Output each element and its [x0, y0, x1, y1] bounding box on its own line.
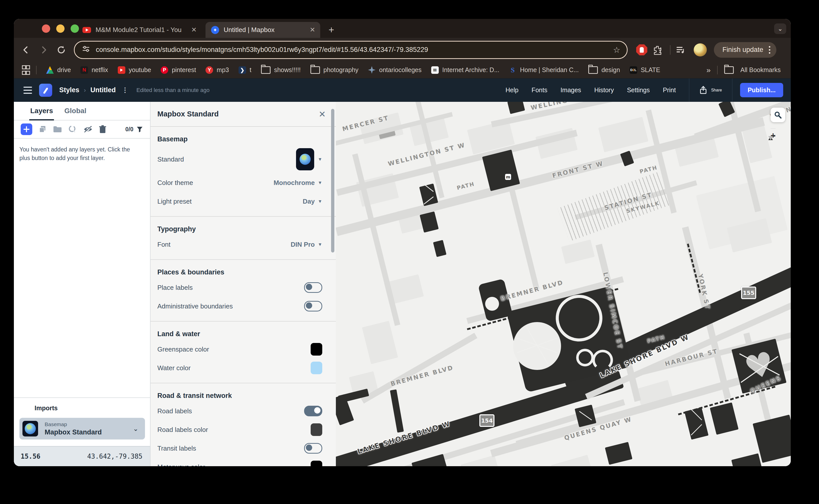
tab-global[interactable]: Global — [64, 102, 86, 120]
nav-history[interactable]: History — [594, 86, 614, 94]
bookmark-label: youtube — [129, 66, 151, 74]
address-bar[interactable]: console.mapbox.com/studio/styles/monatgn… — [74, 41, 628, 59]
bookmark-item[interactable]: youtube — [118, 66, 151, 74]
style-options-kebab-icon[interactable]: ⋮ — [122, 86, 129, 94]
color-swatch[interactable] — [311, 423, 322, 436]
color-swatch[interactable] — [311, 461, 322, 466]
nav-fonts[interactable]: Fonts — [532, 86, 548, 94]
toggle-off[interactable] — [304, 301, 322, 311]
bookmarks-overflow-chevron[interactable]: » — [707, 66, 711, 74]
bookmarks-bar: driveNnetflixyoutubePpinterestYmp3❯tshow… — [14, 62, 791, 78]
bookmark-item[interactable]: Nnetflix — [80, 66, 108, 74]
breadcrumb-untitled[interactable]: Untitled — [90, 86, 116, 94]
chevron-down-icon[interactable]: ▼ — [318, 157, 322, 162]
group-folder-icon[interactable] — [53, 125, 62, 133]
tab-search-chevron-icon[interactable]: ⌄ — [774, 23, 786, 34]
toggle-on[interactable] — [304, 406, 322, 416]
nav-settings[interactable]: Settings — [627, 86, 650, 94]
selected-value: Monochrome — [273, 179, 315, 187]
bookmark-item[interactable]: ❯t — [238, 66, 251, 74]
tab-title: Untitled | Mapbox — [224, 26, 304, 34]
layers-sidebar: Layers Global — [14, 102, 150, 466]
tab-mapbox[interactable]: Untitled | Mapbox ✕ — [205, 22, 320, 38]
macos-traffic-lights[interactable] — [42, 24, 79, 33]
bookmark-item[interactable]: shows!!!!! — [261, 66, 301, 74]
basemap-import-card[interactable]: Basemap Mapbox Standard ⌄ — [19, 418, 145, 439]
nav-images[interactable]: Images — [561, 86, 581, 94]
bookmark-item[interactable]: ontariocolleges — [368, 66, 422, 74]
selected-value: DIN Pro — [291, 241, 315, 248]
close-tab-icon[interactable]: ✕ — [310, 26, 315, 34]
minimize-window-button[interactable] — [56, 24, 65, 33]
adblock-extension-icon[interactable] — [636, 44, 647, 55]
mapbox-studio-logo[interactable] — [39, 84, 52, 97]
map-canvas[interactable]: m — [336, 102, 791, 466]
reload-button[interactable] — [56, 44, 67, 55]
nav-help[interactable]: Help — [506, 86, 519, 94]
profile-avatar[interactable] — [694, 43, 707, 56]
setting-value-dropdown[interactable]: Monochrome▼ — [273, 179, 322, 187]
bookmark-item[interactable]: SHome | Sheridan C... — [509, 66, 579, 74]
filter-funnel-icon[interactable] — [136, 126, 143, 133]
tab-layers[interactable]: Layers — [30, 102, 53, 120]
youtube-icon — [118, 66, 125, 74]
bookmark-label: Internet Archive: D... — [442, 66, 500, 74]
selected-value: Day — [302, 198, 315, 205]
panel-scrollbar[interactable] — [331, 109, 334, 253]
add-layer-button[interactable] — [21, 123, 32, 135]
apps-grid-icon[interactable] — [22, 65, 28, 75]
map-search-button[interactable] — [771, 108, 785, 122]
bookmarks-divider — [717, 66, 718, 74]
new-tab-button[interactable]: + — [328, 25, 334, 35]
publish-button[interactable]: Publish... — [740, 83, 783, 97]
all-bookmarks-folder-icon — [724, 66, 734, 74]
duplicate-layer-icon[interactable] — [38, 125, 47, 134]
basemap-style-thumbnail[interactable] — [296, 148, 314, 170]
close-tab-icon[interactable]: ✕ — [191, 26, 197, 34]
delete-layer-trash-icon[interactable] — [99, 125, 106, 134]
media-playlist-icon[interactable] — [675, 44, 686, 55]
site-settings-icon[interactable] — [82, 45, 90, 55]
toggle-off[interactable] — [304, 282, 322, 293]
zoom-out-button[interactable]: − — [771, 128, 776, 143]
select-feature-icon[interactable] — [68, 125, 77, 134]
bookmark-item[interactable]: drive — [46, 66, 71, 74]
breadcrumb-styles[interactable]: Styles — [59, 86, 79, 94]
hamburger-menu-icon[interactable] — [23, 87, 32, 94]
close-window-button[interactable] — [42, 24, 50, 33]
bookmark-item[interactable]: Ymp3 — [205, 66, 229, 74]
empty-layers-message: You haven't added any layers yet. Click … — [14, 139, 150, 162]
browser-menu-icon[interactable] — [769, 46, 770, 54]
bookmark-label: SLATE — [641, 66, 660, 74]
hide-layer-eye-off-icon[interactable] — [83, 125, 93, 133]
all-bookmarks-label[interactable]: All Bookmarks — [740, 66, 781, 74]
forward-button[interactable] — [38, 44, 49, 55]
extensions-puzzle-icon[interactable] — [652, 44, 663, 55]
setting-row-administrative-boundaries: Administrative boundaries — [157, 299, 322, 313]
bookmark-item[interactable]: photography — [310, 66, 358, 74]
color-swatch[interactable] — [311, 362, 322, 374]
bookmark-item[interactable]: Ppinterest — [161, 66, 196, 74]
setting-row-place-labels: Place labels — [157, 280, 322, 295]
back-button[interactable] — [20, 44, 32, 55]
route-shield: 155 — [741, 287, 756, 299]
tab-youtube[interactable]: M&M Module2 Tutorial1 - You ✕ — [77, 22, 202, 38]
chevron-down-icon[interactable]: ⌄ — [133, 425, 138, 433]
finish-update-button[interactable]: Finish update — [714, 42, 776, 58]
section-heading: Land & water — [157, 330, 322, 338]
setting-value-dropdown[interactable]: DIN Pro▼ — [291, 241, 322, 248]
setting-label: Motorways color — [157, 463, 205, 466]
bookmark-item[interactable]: design — [588, 66, 620, 74]
bookmark-item[interactable]: D2LSLATE — [630, 66, 660, 74]
nav-print[interactable]: Print — [663, 86, 676, 94]
section-typography: TypographyFontDIN Pro▼ — [150, 217, 336, 260]
bookmark-star-icon[interactable]: ☆ — [613, 45, 620, 55]
toggle-off[interactable] — [304, 443, 322, 454]
share-button[interactable]: Share — [700, 86, 722, 95]
setting-value-dropdown[interactable]: Day▼ — [302, 198, 322, 205]
color-swatch[interactable] — [311, 343, 322, 356]
url-text[interactable]: console.mapbox.com/studio/styles/monatgn… — [96, 46, 613, 54]
bookmark-item[interactable]: 𝍖Internet Archive: D... — [431, 66, 500, 74]
url-toolbar: console.mapbox.com/studio/styles/monatgn… — [14, 38, 791, 62]
close-panel-icon[interactable]: ✕ — [319, 109, 326, 119]
